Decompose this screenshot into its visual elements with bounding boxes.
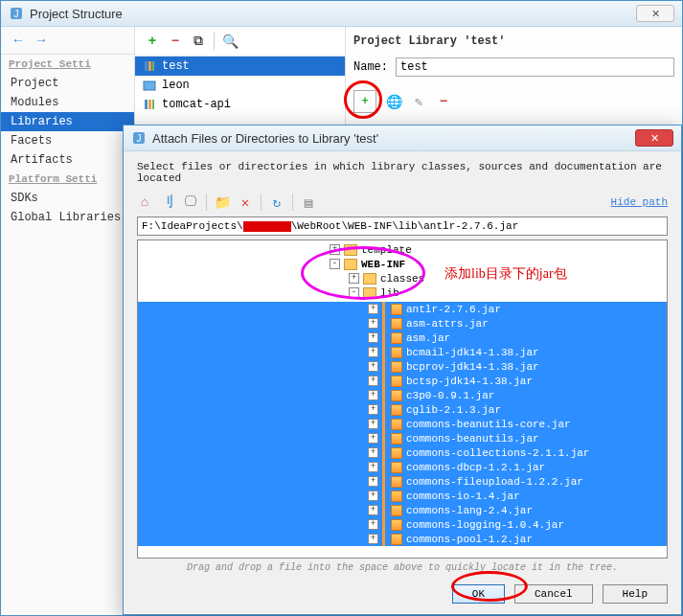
sidebar-item-sdks[interactable]: SDKs — [1, 189, 134, 208]
tree-jar-row[interactable]: +commons-fileupload-1.2.2.jar — [138, 474, 667, 489]
jar-icon — [391, 390, 402, 401]
section-project-settings: Project Setti — [1, 55, 134, 74]
expand-icon[interactable]: + — [368, 462, 378, 472]
sidebar-item-artifacts[interactable]: Artifacts — [1, 150, 134, 170]
back-icon[interactable]: ← — [11, 33, 26, 48]
tree-label: bcprov-jdk14-1.38.jar — [406, 361, 539, 373]
expand-icon[interactable]: + — [368, 519, 378, 530]
collapse-icon[interactable]: - — [349, 287, 359, 298]
expand-icon[interactable]: + — [368, 476, 378, 487]
hide-path-link[interactable]: Hide path — [611, 196, 668, 208]
tree-jar-row[interactable]: +bcmail-jdk14-1.38.jar — [138, 345, 667, 359]
jar-stripe-icon — [382, 302, 385, 316]
add-library-icon[interactable]: + — [145, 34, 160, 49]
edit-icon[interactable]: ✎ — [411, 94, 426, 109]
help-button[interactable]: Help — [603, 584, 668, 604]
tree-folder-row[interactable]: -lib — [138, 285, 667, 300]
tree-jar-row[interactable]: +commons-collections-2.1.1.jar — [138, 445, 667, 460]
show-hidden-icon[interactable]: ▤ — [301, 194, 316, 210]
tree-jar-row[interactable]: +bctsp-jdk14-1.38.jar — [138, 374, 667, 388]
tree-jar-row[interactable]: +c3p0-0.9.1.jar — [138, 388, 667, 402]
dialog-close-button[interactable]: ✕ — [635, 129, 673, 147]
expand-icon[interactable]: + — [368, 361, 378, 372]
tree-folder-row[interactable]: +template — [138, 242, 667, 257]
expand-icon[interactable]: + — [368, 433, 378, 444]
main-close-button[interactable]: ✕ — [636, 5, 674, 22]
expand-icon[interactable]: + — [368, 390, 378, 400]
tree-jar-row[interactable]: +commons-beanutils.jar — [138, 431, 667, 445]
globe-icon[interactable]: 🌐 — [386, 94, 401, 109]
expand-icon[interactable]: + — [368, 534, 378, 544]
tree-label: template — [361, 244, 412, 256]
sidebar-item-modules[interactable]: Modules — [1, 93, 134, 112]
jar-stripe-icon — [382, 359, 385, 374]
expand-icon[interactable]: + — [368, 404, 378, 415]
svg-rect-6 — [145, 100, 148, 109]
jar-stripe-icon — [382, 402, 385, 417]
tree-jar-row[interactable]: +commons-io-1.4.jar — [138, 489, 667, 503]
file-tree[interactable]: +template-WEB-INF+classes-lib +antlr-2.7… — [137, 240, 668, 559]
library-item[interactable]: tomcat-api — [135, 95, 345, 114]
remove-library-icon[interactable]: − — [168, 34, 183, 49]
tree-jar-row[interactable]: +antlr-2.7.6.jar — [138, 302, 667, 316]
tree-jar-row[interactable]: +bcprov-jdk14-1.38.jar — [138, 359, 667, 374]
sidebar-item-facets[interactable]: Facets — [1, 131, 134, 150]
jar-icon — [391, 447, 402, 459]
svg-text:J: J — [137, 133, 142, 144]
folder-icon — [344, 259, 357, 270]
expand-icon[interactable]: + — [368, 419, 378, 429]
expand-icon[interactable]: + — [368, 332, 378, 343]
tree-jar-row[interactable]: +commons-beanutils-core.jar — [138, 417, 667, 431]
new-folder-icon[interactable]: 📁 — [215, 194, 230, 210]
expand-icon[interactable]: + — [330, 244, 340, 255]
library-name-input[interactable] — [396, 57, 674, 77]
attach-dialog: J Attach Files or Directories to Library… — [123, 125, 682, 615]
expand-icon[interactable]: + — [368, 318, 378, 329]
tree-folder-row[interactable]: -WEB-INF — [138, 257, 667, 271]
expand-icon[interactable]: + — [368, 447, 378, 458]
ok-button[interactable]: OK — [452, 584, 505, 604]
collapse-icon[interactable]: - — [330, 259, 340, 269]
sidebar-item-libraries[interactable]: Libraries — [1, 112, 134, 131]
tree-jar-row[interactable]: +commons-pool-1.2.jar — [138, 532, 667, 546]
tree-label: commons-pool-1.2.jar — [406, 534, 533, 545]
tree-jar-row[interactable]: +commons-lang-2.4.jar — [138, 503, 667, 517]
library-item[interactable]: leon — [135, 76, 345, 95]
library-item-label: tomcat-api — [162, 98, 231, 111]
library-icon — [143, 59, 156, 73]
find-icon[interactable]: 🔍 — [222, 34, 238, 49]
sidebar-item-global-libraries[interactable]: Global Libraries — [1, 208, 134, 227]
cancel-button[interactable]: Cancel — [514, 584, 593, 604]
tree-jar-row[interactable]: +commons-dbcp-1.2.1.jar — [138, 460, 667, 474]
forward-icon[interactable]: → — [34, 33, 49, 48]
tree-jar-row[interactable]: +cglib-2.1.3.jar — [138, 402, 667, 417]
tree-jar-row[interactable]: +asm.jar — [138, 331, 667, 345]
expand-icon[interactable]: + — [349, 273, 359, 284]
path-input[interactable]: F:\IdeaProjects\\WebRoot\WEB-INF\lib\ant… — [137, 217, 668, 236]
sidebar-item-project[interactable]: Project — [1, 74, 134, 93]
path-suffix: \WebRoot\WEB-INF\lib\antlr-2.7.6.jar — [291, 220, 519, 232]
home-icon[interactable]: ⌂ — [137, 194, 152, 210]
tree-jar-row[interactable]: +commons-logging-1.0.4.jar — [138, 517, 667, 532]
jar-stripe-icon — [382, 445, 385, 460]
tree-folder-row[interactable]: +classes — [138, 271, 667, 285]
copy-library-icon[interactable]: ⧉ — [191, 34, 206, 49]
expand-icon[interactable]: + — [368, 491, 378, 501]
attach-files-button[interactable]: + — [353, 90, 376, 113]
jar-stripe-icon — [382, 474, 385, 489]
desktop-icon[interactable]: 🖵 — [183, 194, 198, 210]
expand-icon[interactable]: + — [368, 505, 378, 515]
refresh-icon[interactable]: ↻ — [269, 194, 285, 210]
delete-icon[interactable]: ✕ — [238, 194, 253, 210]
jar-icon — [391, 318, 402, 330]
file-toolbar: ⌂ 刂 🖵 📁 ✕ ↻ ▤ Hide path — [137, 194, 668, 211]
expand-icon[interactable]: + — [368, 376, 378, 386]
expand-icon[interactable]: + — [368, 347, 378, 357]
jar-stripe-icon — [382, 532, 385, 546]
expand-icon[interactable]: + — [368, 304, 378, 314]
project-icon[interactable]: 刂 — [160, 194, 175, 210]
remove-item-icon[interactable]: − — [436, 94, 451, 109]
library-item[interactable]: test — [135, 57, 345, 76]
tree-label: commons-beanutils.jar — [406, 433, 539, 445]
tree-jar-row[interactable]: +asm-attrs.jar — [138, 316, 667, 331]
